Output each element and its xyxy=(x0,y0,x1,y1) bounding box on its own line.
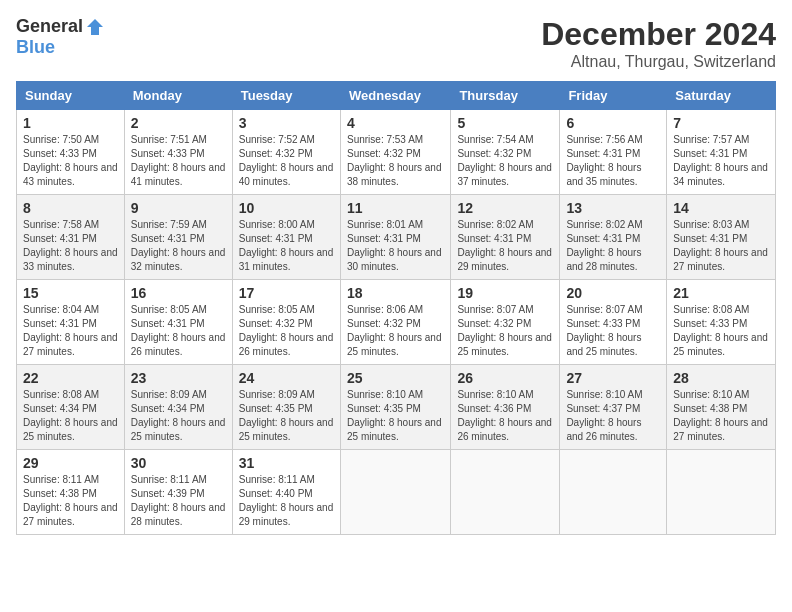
day-info: Sunrise: 8:10 AMSunset: 4:38 PMDaylight:… xyxy=(673,389,768,442)
day-info: Sunrise: 8:00 AMSunset: 4:31 PMDaylight:… xyxy=(239,219,334,272)
day-info: Sunrise: 7:57 AMSunset: 4:31 PMDaylight:… xyxy=(673,134,768,187)
calendar-day-cell: 12 Sunrise: 8:02 AMSunset: 4:31 PMDaylig… xyxy=(451,195,560,280)
day-number: 30 xyxy=(131,455,226,471)
day-number: 17 xyxy=(239,285,334,301)
calendar-table: SundayMondayTuesdayWednesdayThursdayFrid… xyxy=(16,81,776,535)
day-number: 23 xyxy=(131,370,226,386)
day-info: Sunrise: 8:08 AMSunset: 4:33 PMDaylight:… xyxy=(673,304,768,357)
day-number: 10 xyxy=(239,200,334,216)
day-number: 9 xyxy=(131,200,226,216)
day-number: 31 xyxy=(239,455,334,471)
day-info: Sunrise: 8:08 AMSunset: 4:34 PMDaylight:… xyxy=(23,389,118,442)
calendar-week-row: 15 Sunrise: 8:04 AMSunset: 4:31 PMDaylig… xyxy=(17,280,776,365)
weekday-header: Monday xyxy=(124,82,232,110)
logo: General Blue xyxy=(16,16,105,58)
day-number: 16 xyxy=(131,285,226,301)
calendar-day-cell: 23 Sunrise: 8:09 AMSunset: 4:34 PMDaylig… xyxy=(124,365,232,450)
day-info: Sunrise: 7:51 AMSunset: 4:33 PMDaylight:… xyxy=(131,134,226,187)
day-number: 19 xyxy=(457,285,553,301)
calendar-day-cell: 20 Sunrise: 8:07 AMSunset: 4:33 PMDaylig… xyxy=(560,280,667,365)
day-info: Sunrise: 8:11 AMSunset: 4:40 PMDaylight:… xyxy=(239,474,334,527)
calendar-day-cell: 8 Sunrise: 7:58 AMSunset: 4:31 PMDayligh… xyxy=(17,195,125,280)
day-number: 15 xyxy=(23,285,118,301)
calendar-day-cell: 16 Sunrise: 8:05 AMSunset: 4:31 PMDaylig… xyxy=(124,280,232,365)
calendar-day-cell: 31 Sunrise: 8:11 AMSunset: 4:40 PMDaylig… xyxy=(232,450,340,535)
day-number: 5 xyxy=(457,115,553,131)
day-info: Sunrise: 8:01 AMSunset: 4:31 PMDaylight:… xyxy=(347,219,442,272)
calendar-day-cell: 29 Sunrise: 8:11 AMSunset: 4:38 PMDaylig… xyxy=(17,450,125,535)
day-info: Sunrise: 8:03 AMSunset: 4:31 PMDaylight:… xyxy=(673,219,768,272)
day-info: Sunrise: 7:59 AMSunset: 4:31 PMDaylight:… xyxy=(131,219,226,272)
title-area: December 2024 Altnau, Thurgau, Switzerla… xyxy=(541,16,776,71)
day-number: 27 xyxy=(566,370,660,386)
day-info: Sunrise: 7:53 AMSunset: 4:32 PMDaylight:… xyxy=(347,134,442,187)
day-info: Sunrise: 8:10 AMSunset: 4:36 PMDaylight:… xyxy=(457,389,552,442)
day-number: 20 xyxy=(566,285,660,301)
day-info: Sunrise: 8:09 AMSunset: 4:35 PMDaylight:… xyxy=(239,389,334,442)
day-info: Sunrise: 8:06 AMSunset: 4:32 PMDaylight:… xyxy=(347,304,442,357)
calendar-day-cell: 26 Sunrise: 8:10 AMSunset: 4:36 PMDaylig… xyxy=(451,365,560,450)
calendar-header-row: SundayMondayTuesdayWednesdayThursdayFrid… xyxy=(17,82,776,110)
calendar-day-cell: 1 Sunrise: 7:50 AMSunset: 4:33 PMDayligh… xyxy=(17,110,125,195)
day-info: Sunrise: 8:07 AMSunset: 4:32 PMDaylight:… xyxy=(457,304,552,357)
calendar-day-cell: 7 Sunrise: 7:57 AMSunset: 4:31 PMDayligh… xyxy=(667,110,776,195)
location-subtitle: Altnau, Thurgau, Switzerland xyxy=(541,53,776,71)
day-info: Sunrise: 8:10 AMSunset: 4:35 PMDaylight:… xyxy=(347,389,442,442)
calendar-day-cell: 3 Sunrise: 7:52 AMSunset: 4:32 PMDayligh… xyxy=(232,110,340,195)
calendar-day-cell: 9 Sunrise: 7:59 AMSunset: 4:31 PMDayligh… xyxy=(124,195,232,280)
day-number: 1 xyxy=(23,115,118,131)
calendar-day-cell: 2 Sunrise: 7:51 AMSunset: 4:33 PMDayligh… xyxy=(124,110,232,195)
page-header: General Blue December 2024 Altnau, Thurg… xyxy=(16,16,776,71)
day-number: 11 xyxy=(347,200,444,216)
calendar-day-cell: 4 Sunrise: 7:53 AMSunset: 4:32 PMDayligh… xyxy=(340,110,450,195)
day-info: Sunrise: 7:56 AMSunset: 4:31 PMDaylight:… xyxy=(566,134,642,187)
day-number: 29 xyxy=(23,455,118,471)
day-number: 13 xyxy=(566,200,660,216)
day-info: Sunrise: 8:09 AMSunset: 4:34 PMDaylight:… xyxy=(131,389,226,442)
day-info: Sunrise: 8:05 AMSunset: 4:32 PMDaylight:… xyxy=(239,304,334,357)
weekday-header: Friday xyxy=(560,82,667,110)
day-number: 4 xyxy=(347,115,444,131)
weekday-header: Tuesday xyxy=(232,82,340,110)
day-number: 2 xyxy=(131,115,226,131)
weekday-header: Wednesday xyxy=(340,82,450,110)
weekday-header: Saturday xyxy=(667,82,776,110)
calendar-day-cell xyxy=(340,450,450,535)
calendar-day-cell: 30 Sunrise: 8:11 AMSunset: 4:39 PMDaylig… xyxy=(124,450,232,535)
day-info: Sunrise: 7:50 AMSunset: 4:33 PMDaylight:… xyxy=(23,134,118,187)
day-info: Sunrise: 8:07 AMSunset: 4:33 PMDaylight:… xyxy=(566,304,642,357)
logo-icon xyxy=(85,17,105,37)
calendar-day-cell: 15 Sunrise: 8:04 AMSunset: 4:31 PMDaylig… xyxy=(17,280,125,365)
calendar-day-cell: 19 Sunrise: 8:07 AMSunset: 4:32 PMDaylig… xyxy=(451,280,560,365)
svg-marker-0 xyxy=(87,19,103,35)
calendar-day-cell xyxy=(451,450,560,535)
calendar-week-row: 8 Sunrise: 7:58 AMSunset: 4:31 PMDayligh… xyxy=(17,195,776,280)
day-number: 18 xyxy=(347,285,444,301)
day-info: Sunrise: 7:54 AMSunset: 4:32 PMDaylight:… xyxy=(457,134,552,187)
calendar-day-cell: 17 Sunrise: 8:05 AMSunset: 4:32 PMDaylig… xyxy=(232,280,340,365)
calendar-day-cell: 21 Sunrise: 8:08 AMSunset: 4:33 PMDaylig… xyxy=(667,280,776,365)
calendar-day-cell xyxy=(560,450,667,535)
day-info: Sunrise: 7:58 AMSunset: 4:31 PMDaylight:… xyxy=(23,219,118,272)
month-title: December 2024 xyxy=(541,16,776,53)
day-number: 25 xyxy=(347,370,444,386)
calendar-day-cell: 5 Sunrise: 7:54 AMSunset: 4:32 PMDayligh… xyxy=(451,110,560,195)
day-number: 6 xyxy=(566,115,660,131)
day-number: 24 xyxy=(239,370,334,386)
weekday-header: Thursday xyxy=(451,82,560,110)
day-info: Sunrise: 8:10 AMSunset: 4:37 PMDaylight:… xyxy=(566,389,642,442)
day-number: 7 xyxy=(673,115,769,131)
calendar-day-cell: 28 Sunrise: 8:10 AMSunset: 4:38 PMDaylig… xyxy=(667,365,776,450)
day-info: Sunrise: 8:04 AMSunset: 4:31 PMDaylight:… xyxy=(23,304,118,357)
calendar-day-cell: 25 Sunrise: 8:10 AMSunset: 4:35 PMDaylig… xyxy=(340,365,450,450)
day-number: 26 xyxy=(457,370,553,386)
logo-general-text: General xyxy=(16,16,83,37)
day-number: 22 xyxy=(23,370,118,386)
calendar-week-row: 29 Sunrise: 8:11 AMSunset: 4:38 PMDaylig… xyxy=(17,450,776,535)
day-number: 12 xyxy=(457,200,553,216)
calendar-day-cell: 10 Sunrise: 8:00 AMSunset: 4:31 PMDaylig… xyxy=(232,195,340,280)
calendar-day-cell: 6 Sunrise: 7:56 AMSunset: 4:31 PMDayligh… xyxy=(560,110,667,195)
day-number: 3 xyxy=(239,115,334,131)
day-number: 21 xyxy=(673,285,769,301)
calendar-week-row: 22 Sunrise: 8:08 AMSunset: 4:34 PMDaylig… xyxy=(17,365,776,450)
